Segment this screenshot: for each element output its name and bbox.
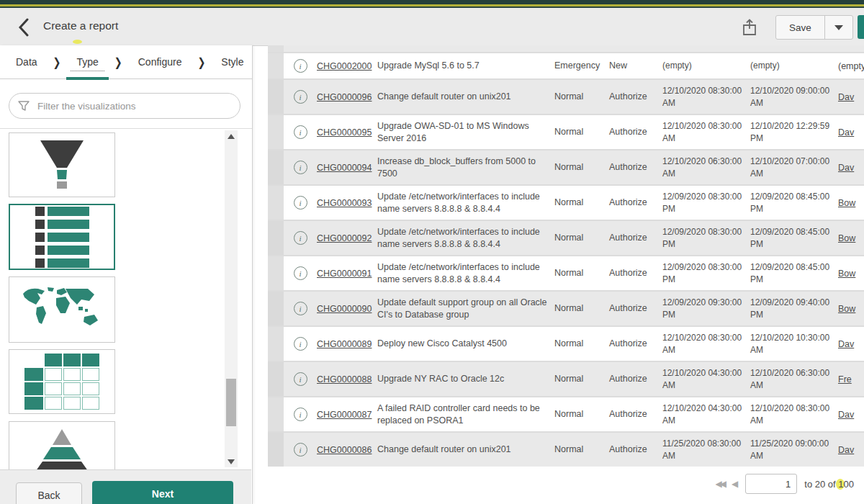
info-icon[interactable]: i [294,231,307,245]
short-description: Upgrade OWA-SD-01 to MS Windows Server 2… [377,120,554,145]
assigned-to-link[interactable]: Dav [838,339,864,349]
back-chevron-icon[interactable] [13,17,35,38]
assigned-to-link[interactable]: Dav [838,127,864,138]
change-number-link[interactable]: CHG0000095 [317,127,377,138]
start-date-cell: 12/09/2020 08:30:00 PM [662,226,750,251]
change-number-link[interactable]: CHG0000092 [317,233,377,243]
viz-world-map[interactable] [9,276,115,343]
change-number-link[interactable]: CHG0000090 [317,304,377,314]
pagination: ◀◀ ◀ to 20 of 100 [691,469,864,498]
info-icon[interactable]: i [294,443,307,456]
table-row: iCHG0000093Update /etc/network/interface… [268,184,864,220]
assigned-to-link[interactable]: Dav [838,92,864,102]
assigned-to-link[interactable]: Fre [838,374,864,384]
change-number-link[interactable]: CHG0000086 [317,445,377,455]
type-cell: Normal [554,373,609,385]
type-cell: Normal [554,302,609,315]
short-description: A failed RAID controller card needs to b… [377,402,554,427]
viz-pivot-table[interactable] [9,349,115,414]
info-cell: i [284,231,317,245]
assigned-to-link[interactable]: Dav [838,410,864,420]
change-number-link[interactable]: CHG0000093 [317,198,377,208]
previous-page-icon[interactable]: ◀ [732,479,738,489]
type-cell: Normal [554,232,609,244]
assigned-to-link[interactable]: Bow [838,198,864,208]
info-icon[interactable]: i [294,408,307,421]
step-data[interactable]: Data [10,53,43,71]
assigned-to-link[interactable]: Bow [838,269,864,279]
change-number-link[interactable]: CHG0000088 [317,374,377,384]
info-cell: i [284,90,317,104]
end-date-cell: 12/09/2020 09:40:00 PM [750,297,838,321]
change-number-link[interactable]: CHG0000089 [317,339,377,349]
partial-primary-button[interactable] [858,15,864,39]
viz-funnel-chart[interactable] [9,132,115,197]
step-style[interactable]: Style [215,53,249,71]
end-date-cell: 12/09/2020 08:45:00 PM [750,191,838,215]
info-icon[interactable]: i [294,59,307,73]
viz-pyramid-chart[interactable] [9,421,115,470]
scroll-up-button[interactable] [225,130,238,142]
pyramid-chart-icon [22,428,102,470]
change-number-link[interactable]: CHG0002000 [317,61,377,71]
scrollbar-thumb[interactable] [226,379,236,426]
short-description: Change default router on unix201 [377,444,554,456]
step-type[interactable]: Type [71,53,104,71]
short-description: Update /etc/network/interfaces to includ… [377,226,554,251]
start-date-cell: 12/10/2020 04:30:00 AM [662,367,750,392]
visualization-filter [9,93,240,119]
change-number-link[interactable]: CHG0000087 [317,410,377,420]
info-icon[interactable]: i [294,372,307,386]
chevron-right-icon: ❯ [114,55,122,69]
start-date-cell: 12/09/2020 09:30:00 PM [662,297,750,321]
info-icon[interactable]: i [294,196,307,210]
end-date-cell: 12/10/2020 06:30:00 AM [750,367,838,392]
row-strip [268,362,284,396]
share-icon[interactable] [740,17,759,37]
info-icon[interactable]: i [294,161,307,174]
save-button[interactable]: Save [776,16,824,39]
step-configure[interactable]: Configure [132,53,188,71]
info-icon[interactable]: i [294,302,307,315]
scroll-down-button[interactable] [225,456,238,467]
start-date-cell: 12/10/2020 08:30:00 AM [662,332,750,356]
info-icon[interactable]: i [294,266,307,280]
assigned-to-link[interactable]: Dav [838,163,864,173]
info-cell: i [284,266,317,280]
filter-input[interactable] [36,100,231,112]
info-icon[interactable]: i [294,125,307,139]
table-row: iCHG0000094Increase db_block_buffers fro… [268,149,864,184]
info-cell: i [284,125,317,139]
panel-scrollbar[interactable] [225,130,238,467]
assigned-to-link[interactable]: Bow [838,233,864,243]
type-cell: Normal [554,161,609,174]
change-number-link[interactable]: CHG0000091 [317,269,377,279]
viz-list[interactable] [9,204,115,270]
page-number-input[interactable] [745,474,797,494]
end-date-cell: (empty) [750,60,838,72]
info-icon[interactable]: i [294,337,307,351]
table-row: iCHG0000091Update /etc/network/interface… [268,255,864,290]
save-dropdown-button[interactable] [824,16,852,39]
table-row: iCHG0000088Upgrade NY RAC to Oracle 12cN… [268,361,864,396]
end-date-cell: 12/10/2020 07:00:00 AM [750,156,838,180]
state-cell: Authorize [609,408,662,420]
header-bar: Create a report Save [0,8,864,46]
assigned-to-link[interactable]: Bow [838,304,864,314]
first-page-icon[interactable]: ◀◀ [716,479,724,489]
info-icon[interactable]: i [294,90,307,104]
change-number-link[interactable]: CHG0000096 [317,92,377,102]
next-button[interactable]: Next [92,481,233,504]
end-date-cell: 11/25/2020 09:00:00 AM [750,438,838,462]
page-title: Create a report [43,19,118,32]
back-button[interactable]: Back [16,482,82,504]
table-row: iCHG0000092Update /etc/network/interface… [268,220,864,255]
report-type-panel: Data ❯ Type ❯ Configure ❯ Style [0,45,253,504]
assigned-to-link[interactable]: Dav [838,445,864,455]
info-cell: i [284,408,317,421]
table-row: iCHG0000087A failed RAID controller card… [268,396,864,431]
save-split-button: Save [775,15,853,40]
change-number-link[interactable]: CHG0000094 [317,163,377,173]
short-description: Update default support group on all Orac… [377,297,554,321]
browser-chrome-strip [0,0,864,8]
